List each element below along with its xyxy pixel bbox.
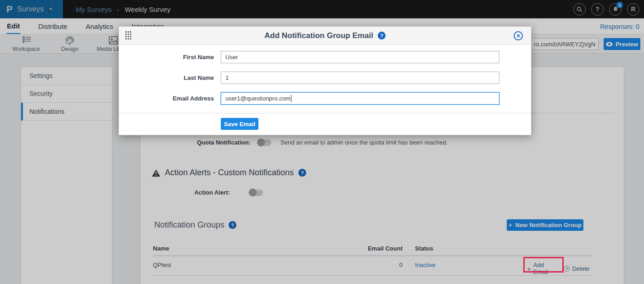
email-address-field[interactable]: user1@questionpro.com (221, 92, 499, 105)
add-notification-group-email-modal: Add Notification Group Email ? ✕ First N… (118, 26, 532, 135)
modal-header: Add Notification Group Email ? ✕ (119, 27, 531, 45)
first-name-row: First Name User (119, 51, 531, 63)
drag-handle-icon[interactable] (125, 31, 131, 39)
modal-title: Add Notification Group Email (264, 31, 373, 40)
first-name-label: First Name (119, 54, 214, 61)
first-name-value: User (225, 54, 238, 61)
app-window: P Surveys ▾ My Surveys › Weekly Survey ?… (0, 0, 644, 284)
last-name-field[interactable]: 1 (221, 72, 499, 84)
modal-help-icon[interactable]: ? (378, 32, 386, 39)
email-address-row: Email Address user1@questionpro.com (119, 92, 531, 105)
save-email-label: Save Email (224, 121, 256, 128)
close-icon[interactable]: ✕ (514, 31, 523, 40)
save-email-button[interactable]: Save Email (221, 118, 258, 130)
modal-divider (119, 113, 531, 113)
email-address-label: Email Address (119, 95, 214, 102)
last-name-label: Last Name (119, 74, 214, 81)
last-name-row: Last Name 1 (119, 72, 531, 84)
first-name-field[interactable]: User (221, 51, 499, 63)
email-address-value: user1@questionpro.com (225, 95, 291, 102)
text-cursor (291, 95, 291, 102)
last-name-value: 1 (225, 74, 229, 81)
highlight-box (523, 257, 564, 273)
